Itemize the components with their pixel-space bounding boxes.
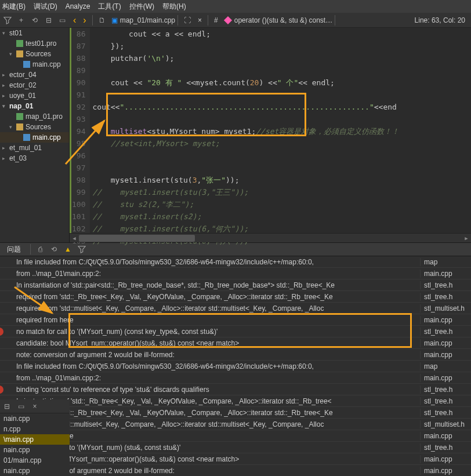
of-split-icon[interactable]: ▭ [14, 400, 28, 413]
problem-row[interactable]: required from 'std::_Rb_tree<_Key, _Val,… [0, 407, 471, 419]
tree-item[interactable]: main.cpp [0, 59, 69, 70]
problem-row[interactable]: In instantiation of 'std::pair<std::_Rb_… [0, 279, 471, 291]
problem-row[interactable]: !no match for call to '(MYsort_num) (stu… [0, 442, 471, 453]
filter-icon[interactable] [1, 14, 14, 27]
problem-row[interactable]: candidate: bool MYsort_num::operator()(s… [0, 453, 471, 465]
problems-list[interactable]: In file included from C:/Qt/Qt5.9.0/Tool… [0, 256, 471, 476]
menu-bar: 构建(B) 调试(D) Analyze 工具(T) 控件(W) 帮助(H) [0, 0, 471, 13]
tree-item[interactable]: test01.pro [0, 38, 69, 49]
nav-fwd-icon[interactable]: › [79, 15, 89, 26]
tree-item[interactable]: ▸uoye_01 [0, 90, 69, 101]
problem-row[interactable]: In instantiation of 'std::_Rb_tree<_Key,… [0, 395, 471, 407]
split-icon[interactable]: ▭ [56, 14, 68, 27]
expand-icon[interactable]: ⛶ [180, 14, 194, 27]
scroll-right-icon[interactable]: ▶ [462, 234, 471, 243]
problem-row[interactable]: In file included from C:/Qt/Qt5.9.0/Tool… [0, 361, 471, 372]
clear-icon[interactable]: ⟲ [47, 243, 61, 256]
of-sync-icon[interactable]: ⊟ [0, 400, 14, 413]
cursor-position: Line: 63, Col: 20 [415, 16, 471, 24]
tree-item[interactable]: ▸et_mul_01 [0, 143, 69, 153]
tree-item[interactable]: map_01.pro [0, 111, 69, 122]
menu-tools[interactable]: 工具(T) [98, 2, 121, 12]
tree-item[interactable]: ▾Sources [0, 49, 69, 59]
problem-row[interactable]: !binding 'const stu' to reference of typ… [0, 384, 471, 395]
scroll-left-icon[interactable]: ◀ [70, 234, 79, 243]
problems-tab[interactable]: 问题 [0, 242, 28, 257]
tree-item[interactable]: ▾st01 [0, 28, 69, 38]
filter-header-icon[interactable]: ⎙ [33, 243, 47, 256]
tree-item[interactable]: ▾nap_01 [0, 101, 69, 111]
code-area[interactable]: cout << a << endl; }); putchar('\n'); co… [90, 28, 471, 242]
problem-row[interactable]: candidate: bool MYsort_num::operator()(s… [0, 337, 471, 349]
tree-item[interactable]: ▾Sources [0, 122, 69, 132]
of-close-icon[interactable]: × [28, 400, 42, 413]
code-editor[interactable]: 8687888990919293949596979899100101102103… [70, 28, 471, 242]
operator-diamond-icon [224, 16, 232, 24]
file-type-icon: ▣ [111, 16, 118, 24]
problem-row[interactable]: note: conversion of argument 2 would be … [0, 349, 471, 361]
close-icon[interactable]: × [194, 16, 205, 24]
menu-debug[interactable]: 调试(D) [34, 2, 57, 12]
problem-row[interactable]: required from 'std::multiset<_Key, _Comp… [0, 419, 471, 430]
problem-row[interactable]: required from 'std::_Rb_tree<_Key, _Val,… [0, 291, 471, 303]
menu-widgets[interactable]: 控件(W) [129, 2, 154, 12]
menu-analyze[interactable]: Analyze [66, 2, 90, 10]
line-gutter: 8687888990919293949596979899100101102103 [70, 28, 90, 242]
open-file-item[interactable]: 01/main.cpp [0, 455, 70, 466]
tree-item[interactable]: ▸ector_04 [0, 70, 69, 80]
open-file-item[interactable]: \main.cpp [0, 434, 70, 445]
problem-row[interactable]: required from heremain.cpp [0, 314, 471, 326]
sync-icon[interactable]: ⊟ [42, 14, 55, 27]
project-tree[interactable]: ▾st01test01.pro▾Sourcesmain.cpp▸ector_04… [0, 28, 70, 242]
editor-h-scrollbar[interactable]: ◀ ▶ [70, 233, 471, 242]
open-file-item[interactable]: nain.cpp [0, 466, 70, 476]
error-icon: ! [0, 328, 3, 336]
change-bar [70, 28, 71, 242]
bookmark-icon[interactable]: 🗋 [95, 14, 109, 27]
problem-row[interactable]: required from 'std::multiset<_Key, _Comp… [0, 303, 471, 314]
problem-row[interactable]: required from heremain.cpp [0, 430, 471, 442]
tree-item[interactable]: ▸et_03 [0, 153, 69, 163]
tree-item[interactable]: ▸ector_02 [0, 80, 69, 90]
link-icon[interactable]: ⟲ [28, 14, 41, 27]
problem-row[interactable]: from ..\map_01\main.cpp:2:main.cpp [0, 372, 471, 384]
menu-build[interactable]: 构建(B) [2, 2, 26, 12]
open-file-item[interactable]: n.cpp [0, 424, 70, 434]
breadcrumb-file[interactable]: map_01/main.cpp [120, 16, 175, 24]
problem-row[interactable]: from ..\map_01\main.cpp:2:main.cpp [0, 268, 471, 279]
scroll-thumb[interactable] [79, 235, 195, 242]
open-files-panel: ⊟ ▭ × nain.cppn.cpp\main.cppnain.cpp01/m… [0, 399, 70, 476]
add-icon[interactable]: + [15, 14, 28, 27]
hash-icon[interactable]: # [211, 16, 222, 24]
problem-row[interactable]: !no match for call to '(MYsort_num) (con… [0, 326, 471, 337]
open-file-item[interactable]: nain.cpp [0, 445, 70, 455]
tree-item[interactable]: main.cpp [0, 132, 69, 143]
problem-row[interactable]: note: conversion of argument 2 would be … [0, 465, 471, 476]
open-file-item[interactable]: nain.cpp [0, 413, 70, 424]
nav-back-icon[interactable]: ‹ [70, 15, 79, 26]
breadcrumb-symbol[interactable]: operator ()(stu &, stu &) const… [234, 16, 332, 24]
problem-row[interactable]: In file included from C:/Qt/Qt5.9.0/Tool… [0, 256, 471, 268]
error-icon: ! [0, 386, 3, 394]
menu-help[interactable]: 帮助(H) [162, 2, 186, 12]
